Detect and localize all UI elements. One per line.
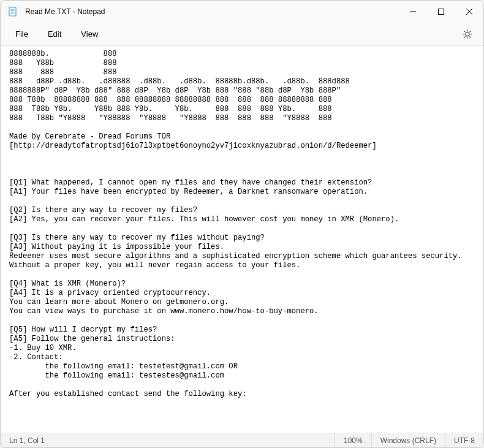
close-button[interactable] (455, 1, 483, 23)
maximize-button[interactable] (427, 1, 455, 23)
menu-view[interactable]: View (71, 26, 108, 42)
status-zoom[interactable]: 100% (335, 433, 371, 447)
status-cursor: Ln 1, Col 1 (1, 433, 53, 447)
status-eol: Windows (CRLF) (371, 433, 445, 447)
gear-icon (463, 29, 472, 39)
svg-rect-6 (439, 9, 444, 15)
minimize-button[interactable] (399, 1, 427, 23)
menu-file[interactable]: File (6, 26, 38, 42)
menubar: File Edit View (1, 23, 483, 46)
settings-button[interactable] (456, 26, 478, 43)
statusbar: Ln 1, Col 1 100% Windows (CRLF) UTF-8 (1, 433, 483, 447)
window-title: Read Me.TXT - Notepad (25, 7, 399, 16)
text-area[interactable]: 8888888b. 888 888 Y88b 888 888 888 888 8… (1, 46, 483, 433)
notepad-window: Read Me.TXT - Notepad File Edit View 888… (0, 0, 484, 448)
titlebar: Read Me.TXT - Notepad (1, 1, 483, 23)
window-controls (399, 1, 483, 23)
menu-edit[interactable]: Edit (38, 26, 71, 42)
status-encoding: UTF-8 (445, 433, 483, 447)
notepad-icon (8, 7, 18, 17)
svg-rect-0 (9, 7, 16, 16)
